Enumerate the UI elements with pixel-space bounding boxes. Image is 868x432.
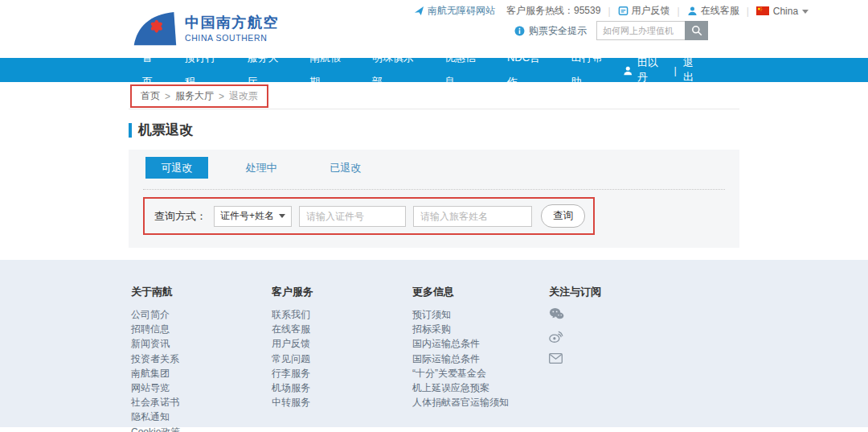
query-button[interactable]: 查询 (541, 204, 585, 228)
footer-link[interactable]: 行李服务 (272, 366, 412, 381)
dotted-divider (143, 189, 725, 190)
query-mode-label: 查询方式： (154, 209, 207, 224)
footer-link[interactable]: 南航集团 (131, 366, 272, 381)
footer-link[interactable]: “十分”关爱基金会 (412, 366, 549, 381)
breadcrumb-current: 退改票 (229, 89, 258, 103)
region-selector[interactable]: China (756, 6, 809, 17)
footer-heading: 关注与订阅 (549, 285, 669, 299)
tab-refunded[interactable]: 已退改 (314, 157, 377, 179)
site-search (596, 21, 708, 40)
airline-tailfin-icon (131, 10, 178, 47)
footer-link[interactable]: 预订须知 (412, 307, 549, 322)
footer-heading: 客户服务 (272, 285, 412, 299)
breadcrumb-separator: > (165, 91, 170, 102)
user-feedback-link[interactable]: 用户反馈 (618, 4, 670, 18)
footer-link[interactable]: 在线客服 (272, 322, 412, 336)
footer-link[interactable]: 机上延误应急预案 (412, 381, 549, 395)
site-search-input[interactable] (596, 21, 685, 40)
username[interactable]: 田以丹 (637, 56, 668, 84)
footer-heading: 关于南航 (131, 285, 272, 299)
info-icon (514, 26, 525, 36)
page-title: 机票退改 (129, 121, 739, 139)
utility-row: 南航无障碍网站 客户服务热线：95539 | 用户反馈 | 在线客服 | Chi… (414, 4, 809, 18)
china-flag-icon (756, 6, 769, 15)
page: 中国南方航空 CHINA SOUTHERN 南航无障碍网站 客户服务热线：955… (0, 0, 868, 432)
query-form: 查询方式： 证件号+姓名 查询 (143, 197, 595, 235)
breadcrumb: 首页 > 服务大厅 > 退改票 (130, 84, 268, 108)
logo-english-name: CHINA SOUTHERN (185, 33, 279, 43)
search-button[interactable] (685, 21, 708, 40)
refund-panel: 可退改 处理中 已退改 查询方式： 证件号+姓名 查询 (129, 150, 739, 248)
id-type-select[interactable]: 证件号+姓名 (214, 206, 292, 227)
wechat-icon[interactable] (549, 307, 669, 320)
breadcrumb-row: 首页 > 服务大厅 > 退改票 (129, 82, 739, 109)
select-caret-icon (279, 214, 285, 218)
social-icons (549, 307, 669, 364)
footer-heading: 更多信息 (412, 285, 549, 299)
footer-link[interactable]: 机场服务 (272, 381, 412, 395)
logo-chinese-name: 中国南方航空 (185, 14, 279, 32)
footer-column-more-info: 更多信息 预订须知 招标采购 国内运输总条件 国际运输总条件 “十分”关爱基金会… (412, 285, 549, 432)
logo-text: 中国南方航空 CHINA SOUTHERN (185, 14, 279, 43)
ticket-safety-tip-link[interactable]: 购票安全提示 (514, 24, 587, 38)
footer-column-subscribe: 关注与订阅 (549, 285, 669, 432)
user-icon (623, 65, 633, 76)
footer: 关于南航 公司简介 招聘信息 新闻资讯 投资者关系 南航集团 网站导览 社会承诺… (0, 260, 868, 427)
secondary-utility-row: 购票安全提示 (514, 21, 708, 40)
paper-plane-icon (414, 6, 424, 16)
online-service-link[interactable]: 在线客服 (687, 4, 739, 18)
separator: | (608, 6, 610, 17)
main-content: 机票退改 可退改 处理中 已退改 查询方式： 证件号+姓名 查询 (129, 121, 739, 248)
agent-person-icon (687, 6, 698, 16)
status-tabs: 可退改 处理中 已退改 (145, 157, 739, 179)
footer-link[interactable]: 网站导览 (131, 381, 272, 395)
passenger-name-input[interactable] (413, 206, 532, 227)
page-title-text: 机票退改 (138, 121, 193, 139)
footer-link[interactable]: 招标采购 (412, 322, 549, 336)
separator: | (747, 6, 749, 17)
footer-link[interactable]: 国际运输总条件 (412, 352, 549, 366)
feedback-form-icon (618, 6, 628, 16)
footer-link[interactable]: 隐私通知 (131, 409, 272, 424)
search-icon (691, 25, 702, 36)
footer-link[interactable]: 招聘信息 (131, 322, 272, 336)
footer-link[interactable]: Cookie政策 (131, 425, 272, 432)
footer-column-customer-service: 客户服务 联系我们 在线客服 用户反馈 常见问题 行李服务 机场服务 中转服务 (272, 285, 412, 432)
footer-link[interactable]: 联系我们 (272, 307, 412, 322)
company-logo[interactable]: 中国南方航空 CHINA SOUTHERN (131, 10, 279, 47)
logout-link[interactable]: 退出 (683, 56, 703, 84)
user-account-area: 田以丹 | 退出 (623, 56, 703, 84)
email-icon[interactable] (549, 353, 669, 364)
tab-processing[interactable]: 处理中 (230, 157, 293, 179)
breadcrumb-separator: > (219, 91, 224, 102)
footer-link[interactable]: 公司简介 (131, 307, 272, 322)
chevron-down-icon (802, 10, 809, 14)
footer-link[interactable]: 国内运输总条件 (412, 336, 549, 351)
service-hotline: 客户服务热线：95539 (506, 4, 600, 18)
footer-link[interactable]: 社会承诺书 (131, 395, 272, 409)
weibo-icon[interactable] (549, 331, 669, 343)
separator: | (678, 6, 680, 17)
footer-link[interactable]: 人体捐献器官运输须知 (412, 395, 549, 409)
footer-link[interactable]: 新闻资讯 (131, 336, 272, 351)
footer-link[interactable]: 常见问题 (272, 352, 412, 366)
title-accent-bar (129, 123, 132, 138)
breadcrumb-service-hall[interactable]: 服务大厅 (175, 89, 214, 103)
id-type-select-value: 证件号+姓名 (220, 209, 274, 223)
breadcrumb-home[interactable]: 首页 (141, 89, 160, 103)
footer-link[interactable]: 投资者关系 (131, 352, 272, 366)
footer-column-about: 关于南航 公司简介 招聘信息 新闻资讯 投资者关系 南航集团 网站导览 社会承诺… (131, 285, 272, 432)
footer-columns: 关于南航 公司简介 招聘信息 新闻资讯 投资者关系 南航集团 网站导览 社会承诺… (131, 260, 868, 432)
main-navigation: 首页 预订行程 服务大厅 南航假期 明珠俱乐部 优惠信息 NDC合作 出行帮助 … (0, 58, 868, 82)
footer-link[interactable]: 用户反馈 (272, 336, 412, 351)
separator: | (674, 64, 677, 76)
footer-link[interactable]: 中转服务 (272, 395, 412, 409)
id-number-input[interactable] (299, 206, 406, 227)
accessibility-site-link[interactable]: 南航无障碍网站 (414, 4, 495, 18)
tab-refundable[interactable]: 可退改 (145, 157, 208, 179)
